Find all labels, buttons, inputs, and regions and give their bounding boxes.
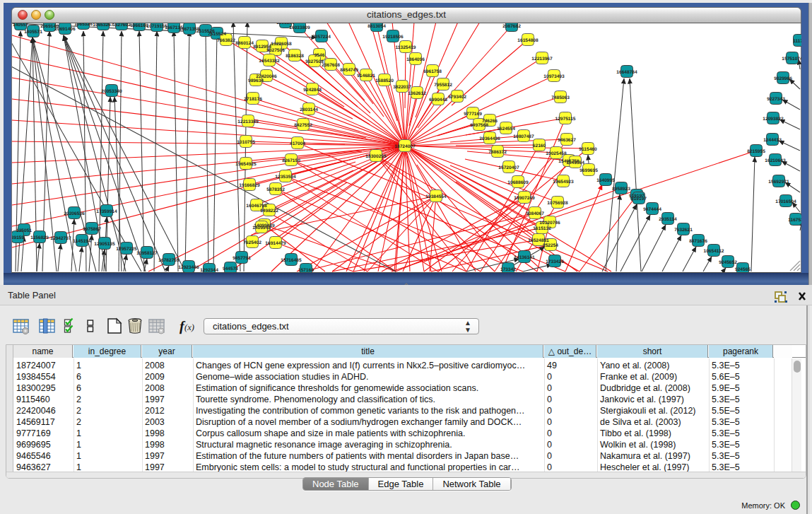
svg-text:9463627: 9463627: [558, 138, 576, 143]
svg-text:14136141: 14136141: [514, 255, 535, 260]
svg-text:5878352: 5878352: [266, 187, 285, 192]
svg-text:7886372: 7886372: [488, 150, 507, 155]
svg-text:18300295: 18300295: [365, 154, 387, 159]
svg-text:157164: 157164: [298, 268, 314, 273]
svg-text:417004: 417004: [290, 141, 305, 146]
svg-text:9699695: 9699695: [579, 168, 598, 173]
svg-text:62160: 62160: [533, 144, 546, 148]
svg-text:19166829: 19166829: [239, 183, 260, 188]
svg-text:17359914: 17359914: [96, 209, 117, 214]
svg-text:15720407: 15720407: [498, 165, 519, 170]
svg-text:19384554: 19384554: [425, 194, 447, 199]
svg-text:10654112: 10654112: [704, 249, 724, 254]
svg-text:1409948: 1409948: [252, 226, 271, 230]
svg-text:12353594: 12353594: [275, 175, 296, 180]
svg-text:2718176: 2718176: [244, 97, 262, 102]
svg-text:18724007: 18724007: [394, 144, 416, 149]
svg-text:16154808: 16154808: [517, 38, 539, 43]
svg-text:944578: 944578: [223, 267, 238, 271]
svg-text:6966160: 6966160: [130, 23, 148, 28]
svg-text:2367608: 2367608: [322, 63, 340, 68]
svg-text:20691406: 20691406: [54, 27, 76, 32]
svg-text:10653267: 10653267: [93, 23, 114, 28]
svg-text:16046798: 16046798: [246, 204, 267, 209]
svg-text:135051: 135051: [16, 228, 32, 233]
svg-text:1156829: 1156829: [30, 235, 49, 240]
svg-text:8860124: 8860124: [235, 41, 254, 46]
svg-text:9242848: 9242848: [303, 88, 322, 93]
svg-text:16914479: 16914479: [265, 241, 286, 246]
svg-text:9245652: 9245652: [719, 260, 737, 265]
svg-text:9146821: 9146821: [357, 74, 375, 78]
svg-text:116753: 116753: [788, 218, 801, 223]
svg-text:12905135: 12905135: [94, 242, 115, 247]
svg-text:919197: 919197: [631, 197, 647, 201]
svg-text:20053340: 20053340: [101, 89, 122, 94]
svg-text:1549564: 1549564: [566, 160, 584, 165]
svg-text:12093822: 12093822: [763, 117, 784, 122]
svg-text:173342: 173342: [500, 267, 516, 272]
svg-text:1362612: 1362612: [408, 91, 426, 96]
svg-text:8958923: 8958923: [612, 187, 630, 192]
svg-text:9084067: 9084067: [526, 211, 544, 216]
svg-text:8186328: 8186328: [286, 54, 304, 59]
svg-text:10688609: 10688609: [507, 180, 529, 185]
svg-text:7663822: 7663822: [217, 38, 235, 43]
svg-text:1292344: 1292344: [200, 268, 218, 273]
svg-text:12942737: 12942737: [50, 236, 71, 241]
svg-text:9329966: 9329966: [774, 76, 792, 81]
svg-text:1010755: 1010755: [237, 140, 255, 145]
svg-text:6793402: 6793402: [448, 95, 466, 100]
svg-text:12213967: 12213967: [531, 57, 553, 62]
svg-text:12975115: 12975115: [555, 117, 576, 122]
svg-text:6497568: 6497568: [470, 123, 488, 128]
svg-text:7955812: 7955812: [434, 83, 452, 88]
svg-text:1405571: 1405571: [24, 30, 42, 35]
svg-text:3822037: 3822037: [393, 85, 411, 90]
svg-text:924565: 924565: [735, 267, 751, 272]
svg-text:7485063: 7485063: [551, 95, 570, 100]
svg-text:10756928: 10756928: [547, 201, 568, 206]
svg-text:8215955: 8215955: [747, 149, 765, 154]
svg-text:9327506: 9327506: [266, 48, 285, 53]
svg-text:13226058: 13226058: [271, 42, 292, 47]
svg-text:8427552: 8427552: [294, 123, 312, 128]
svg-text:10973493: 10973493: [543, 74, 565, 79]
svg-text:15716485: 15716485: [281, 258, 302, 263]
svg-text:9975867: 9975867: [83, 227, 101, 232]
svg-text:9498222: 9498222: [260, 209, 278, 214]
svg-text:12213389: 12213389: [237, 119, 259, 124]
svg-text:39159: 39159: [12, 235, 24, 240]
svg-text:12923446: 12923446: [178, 265, 199, 270]
svg-text:16210643: 16210643: [765, 158, 786, 163]
svg-text:19218506: 19218506: [382, 35, 404, 40]
svg-text:1733426: 1733426: [546, 259, 564, 264]
svg-text:7632621: 7632621: [674, 228, 693, 233]
svg-text:140557: 140557: [13, 23, 28, 28]
svg-text:6961758: 6961758: [423, 69, 442, 74]
svg-text:8267150: 8267150: [282, 158, 300, 163]
svg-text:7515524: 7515524: [208, 32, 226, 37]
svg-text:19654925: 19654925: [235, 162, 257, 167]
svg-text:16782759: 16782759: [158, 258, 180, 263]
svg-text:11174: 11174: [793, 39, 801, 44]
svg-text:989634: 989634: [248, 78, 264, 83]
svg-text:(x): (x): [184, 322, 194, 332]
svg-text:9474444: 9474444: [643, 207, 661, 212]
svg-text:17957225: 17957225: [116, 247, 137, 252]
svg-text:16543382: 16543382: [259, 59, 280, 64]
svg-text:9777169: 9777169: [464, 112, 482, 117]
svg-text:10120746: 10120746: [539, 221, 560, 226]
svg-text:17016504: 17016504: [775, 199, 796, 204]
svg-text:8471676: 8471676: [689, 239, 707, 244]
svg-text:20364436: 20364436: [479, 136, 500, 141]
svg-text:10958127: 10958127: [136, 251, 158, 256]
svg-text:11325419: 11325419: [396, 45, 416, 50]
svg-text:2935114: 2935114: [659, 217, 677, 222]
svg-text:10025458: 10025458: [546, 151, 567, 156]
svg-text:7357224: 7357224: [312, 35, 331, 40]
svg-text:7625402: 7625402: [243, 240, 261, 245]
svg-text:9457791: 9457791: [233, 256, 251, 261]
svg-text:2803144: 2803144: [300, 107, 318, 112]
svg-text:6990448: 6990448: [429, 98, 447, 103]
